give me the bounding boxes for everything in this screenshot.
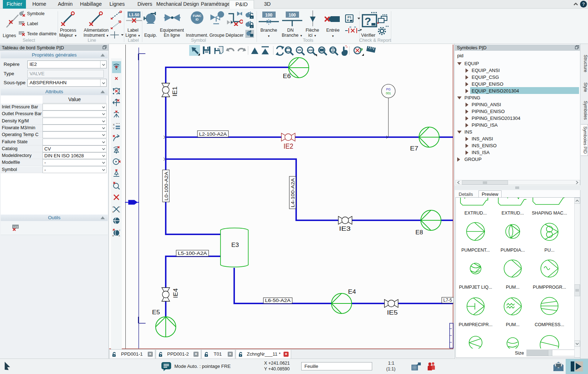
svg-text:FUNC: FUNC — [193, 14, 201, 18]
svg-text:Y: Y — [113, 127, 115, 130]
svg-text:IE5: IE5 — [387, 309, 398, 316]
svg-text:ID: ID — [196, 18, 199, 21]
svg-text:A: A — [119, 235, 120, 237]
svg-text:L0-100-A2A: L0-100-A2A — [164, 172, 169, 200]
svg-text:E3: E3 — [231, 242, 239, 248]
svg-text:E8: E8 — [415, 229, 423, 236]
svg-text:001: 001 — [386, 91, 391, 95]
svg-text:IE3: IE3 — [339, 225, 351, 232]
svg-text:L5-100-A2A: L5-100-A2A — [178, 251, 207, 256]
svg-text:E5: E5 — [152, 309, 160, 316]
svg-text:R: R — [112, 235, 114, 237]
svg-text:IE2: IE2 — [284, 142, 293, 150]
svg-text:E4: E4 — [348, 288, 356, 295]
svg-text:PG: PG — [386, 87, 391, 91]
svg-text:L1-50: L1-50 — [18, 22, 24, 24]
svg-text:X: X — [113, 123, 115, 126]
svg-text:123: 123 — [13, 225, 18, 229]
svg-text:E7: E7 — [410, 145, 418, 152]
svg-text:L1-50: L1-50 — [129, 13, 139, 17]
svg-text:Y: Y — [119, 206, 120, 208]
svg-text:Y: Y — [119, 229, 120, 231]
svg-text:R: R — [112, 211, 114, 213]
svg-text:NAME: NAME — [307, 49, 314, 51]
svg-text:?: ? — [365, 15, 371, 27]
svg-text:100: 100 — [289, 13, 296, 18]
svg-text:100: 100 — [265, 13, 272, 18]
svg-text:L4-100-A2A: L4-100-A2A — [290, 178, 295, 207]
svg-text:L7-5: L7-5 — [444, 297, 452, 303]
svg-text:L2-100-A2A: L2-100-A2A — [199, 131, 227, 137]
svg-text:E6: E6 — [283, 73, 291, 80]
svg-text:L6-50-A2A: L6-50-A2A — [265, 298, 291, 303]
svg-text:P1: P1 — [347, 15, 351, 19]
svg-text:IE1: IE1 — [172, 86, 178, 96]
svg-text:X: X — [112, 206, 114, 208]
svg-text:IE4: IE4 — [172, 288, 179, 298]
svg-text:A: A — [119, 211, 120, 213]
